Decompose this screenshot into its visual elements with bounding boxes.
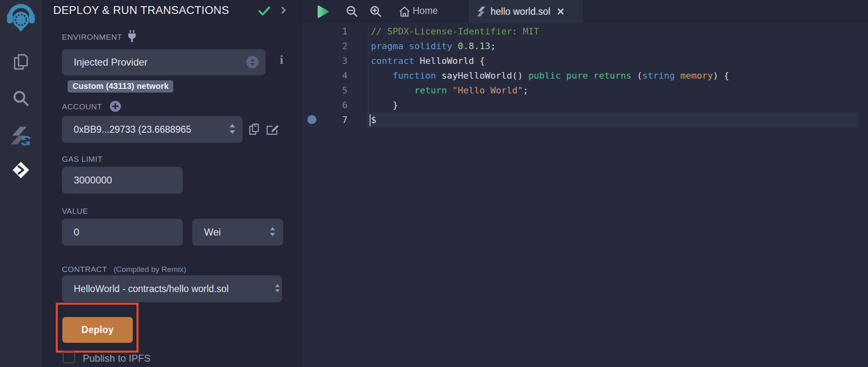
account-select[interactable]: 0xBB9...29733 (23.6688965: [62, 116, 243, 143]
panel-collapse-chevron-icon[interactable]: [278, 4, 289, 16]
gas-limit-input[interactable]: 3000000: [62, 167, 183, 194]
account-caret-icon: [228, 122, 237, 136]
remix-ide: DEPLOY & RUN TRANSACTIONS ENVIRONMENT In…: [0, 0, 868, 367]
editor-tabbar: Home hello world.sol: [303, 0, 868, 23]
line-number: 7: [303, 113, 348, 127]
solidity-compiler-icon: [11, 125, 31, 146]
copy-account-icon[interactable]: [248, 122, 261, 136]
code-line[interactable]: 2pragma solidity 0.8.13;: [303, 39, 868, 54]
compile-success-check-icon: [257, 4, 271, 17]
code-line[interactable]: 7$: [303, 113, 868, 127]
contract-caret-icon: [274, 282, 281, 295]
contract-value: HelloWorld - contracts/hello world.sol: [62, 283, 229, 295]
environment-label: ENVIRONMENT: [62, 33, 122, 42]
environment-caret-icon: [246, 56, 259, 68]
code-line[interactable]: 4 function sayHelloWorld() public pure r…: [303, 68, 868, 83]
value-unit-caret-icon: [268, 225, 277, 238]
plug-icon: [126, 29, 138, 43]
search-icon: [12, 89, 30, 107]
line-number: 1: [303, 24, 348, 39]
line-number: 3: [303, 54, 348, 68]
publish-ipfs-checkbox[interactable]: [63, 351, 75, 363]
tab-hello-world-sol[interactable]: hello world.sol: [469, 0, 583, 23]
line-number: 5: [303, 83, 348, 98]
icon-sidebar: [0, 0, 41, 367]
line-source: pragma solidity 0.8.13;: [371, 39, 496, 54]
deploy-button[interactable]: Deploy: [62, 317, 133, 343]
environment-info-icon[interactable]: i: [277, 53, 286, 67]
code-line[interactable]: 1// SPDX-License-Identifier: MIT: [303, 24, 868, 39]
deploy-run-panel: DEPLOY & RUN TRANSACTIONS ENVIRONMENT In…: [41, 0, 303, 367]
value-unit: Wei: [192, 227, 221, 238]
code-line[interactable]: 3contract HelloWorld {: [303, 54, 868, 68]
run-script-button[interactable]: [317, 0, 329, 23]
value-amount: 0: [62, 227, 79, 238]
value-unit-select[interactable]: Wei: [192, 219, 283, 246]
contract-select[interactable]: HelloWorld - contracts/hello world.sol: [62, 275, 282, 302]
zoom-out-icon[interactable]: [345, 0, 359, 23]
editor-region: Home hello world.sol 1// SPDX-Lic: [303, 0, 868, 367]
environment-value: Injected Provider: [62, 57, 148, 68]
panel-title: DEPLOY & RUN TRANSACTIONS: [53, 4, 229, 17]
gas-limit-value: 3000000: [62, 174, 112, 186]
line-number: 6: [303, 98, 348, 113]
home-tab[interactable]: [398, 0, 411, 23]
line-source: return "Hello World";: [371, 83, 528, 98]
line-source: }: [371, 98, 398, 113]
contract-label: CONTRACT (Compiled by Remix): [62, 265, 186, 274]
value-label: VALUE: [62, 207, 88, 216]
account-value: 0xBB9...29733 (23.6688965: [62, 124, 191, 135]
text-cursor: [370, 114, 370, 126]
sidebar-item-search[interactable]: [0, 89, 41, 107]
remix-logo-icon: [7, 3, 35, 32]
contract-sublabel: (Compiled by Remix): [114, 265, 186, 274]
value-input[interactable]: 0: [62, 219, 183, 246]
sidebar-item-deploy-run[interactable]: [0, 161, 41, 179]
deploy-run-icon: [11, 161, 30, 179]
tab-title: hello world.sol: [491, 6, 550, 17]
code-line[interactable]: 5 return "Hello World";: [303, 83, 868, 98]
code-line[interactable]: 6 }: [303, 98, 868, 113]
line-source: contract HelloWorld {: [371, 54, 485, 68]
file-explorer-icon: [11, 52, 30, 71]
publish-ipfs-label: Publish to IPFS: [83, 353, 150, 364]
line-number: 4: [303, 68, 348, 83]
remix-logo-button[interactable]: [0, 3, 41, 32]
edit-account-icon[interactable]: [266, 122, 279, 136]
account-label: ACCOUNT: [62, 102, 102, 111]
add-account-icon[interactable]: [109, 100, 121, 112]
line-source: // SPDX-License-Identifier: MIT: [371, 24, 539, 39]
solidity-file-icon: [477, 6, 486, 17]
line-source: $: [371, 113, 376, 127]
zoom-in-icon[interactable]: [369, 0, 382, 23]
line-source: function sayHelloWorld() public pure ret…: [371, 68, 729, 83]
close-tab-icon[interactable]: [556, 7, 565, 16]
network-badge: Custom (43113) network: [68, 80, 173, 93]
line-number: 2: [303, 39, 348, 54]
home-tab-label[interactable]: Home: [413, 0, 438, 21]
code-lines[interactable]: 1// SPDX-License-Identifier: MIT2pragma …: [303, 24, 868, 127]
sidebar-item-file-explorer[interactable]: [0, 52, 41, 71]
gas-limit-label: GAS LIMIT: [62, 155, 102, 164]
environment-select[interactable]: Injected Provider: [62, 49, 266, 75]
sidebar-item-solidity-compiler[interactable]: [0, 125, 41, 146]
